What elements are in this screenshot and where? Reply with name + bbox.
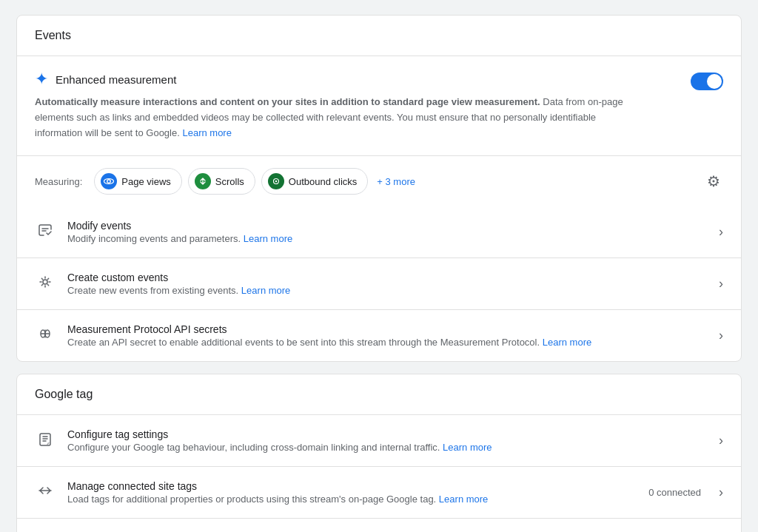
svg-point-1 [108, 181, 110, 183]
enhanced-measurement-toggle[interactable] [691, 73, 723, 90]
configure-tag-settings-item[interactable]: Configure tag settings Configure your Go… [17, 415, 741, 467]
manage-connected-site-tags-chevron: › [719, 485, 723, 500]
measurement-protocol-icon [35, 326, 56, 346]
measuring-settings-button[interactable]: ⚙ [704, 169, 723, 193]
more-link[interactable]: + 3 more [377, 176, 415, 187]
page-views-icon [101, 173, 117, 189]
modify-events-icon [35, 222, 56, 242]
events-section-title: Events [35, 29, 723, 42]
manage-connected-site-tags-icon [35, 482, 56, 502]
events-section-card: Events ✦ Enhanced measurement Automatica… [16, 15, 742, 362]
enhanced-measurement-block: ✦ Enhanced measurement Automatically mea… [17, 56, 741, 156]
em-description: Automatically measure interactions and c… [35, 95, 642, 141]
measurement-protocol-learn-more[interactable]: Learn more [543, 337, 591, 348]
outbound-clicks-icon [268, 173, 284, 189]
manage-connected-site-tags-learn-more[interactable]: Learn more [439, 494, 488, 505]
modify-events-desc: Modify incoming events and parameters. L… [67, 233, 707, 244]
chip-scrolls[interactable]: Scrolls [188, 168, 255, 195]
create-custom-events-chevron: › [719, 276, 723, 292]
chip-page-views-label: Page views [121, 176, 170, 187]
measurement-protocol-title: Measurement Protocol API secrets [67, 323, 707, 335]
modify-events-chevron: › [719, 224, 723, 240]
modify-events-item[interactable]: Modify events Modify incoming events and… [17, 206, 741, 258]
create-custom-events-item[interactable]: Create custom events Create new events f… [17, 258, 741, 310]
measurement-protocol-content: Measurement Protocol API secrets Create … [67, 323, 707, 348]
configure-tag-settings-learn-more[interactable]: Learn more [443, 442, 492, 453]
sparkle-icon: ✦ [35, 71, 48, 87]
em-title: Enhanced measurement [56, 73, 176, 86]
chip-outbound-clicks-label: Outbound clicks [289, 176, 358, 187]
modify-events-title: Modify events [67, 220, 707, 232]
measurement-protocol-chevron: › [719, 328, 723, 343]
create-custom-events-desc: Create new events from existing events. … [67, 285, 707, 296]
gear-icon: ⚙ [707, 172, 720, 190]
measurement-protocol-desc: Create an API secret to enable additiona… [67, 337, 707, 348]
google-tag-section-card: Google tag Configure tag settings Config… [16, 374, 742, 532]
measuring-label: Measuring: [35, 176, 82, 187]
configure-tag-settings-chevron: › [719, 433, 723, 448]
modify-events-content: Modify events Modify incoming events and… [67, 220, 707, 244]
create-custom-events-icon [35, 274, 56, 294]
manage-connected-site-tags-item[interactable]: Manage connected site tags Load tags for… [17, 467, 741, 519]
google-tag-section-header: Google tag [17, 374, 741, 415]
measuring-row: Measuring: Page views [17, 156, 741, 206]
manage-connected-site-tags-content: Manage connected site tags Load tags for… [67, 480, 637, 505]
em-description-bold: Automatically measure interactions and c… [35, 96, 540, 107]
events-section-header: Events [17, 16, 741, 56]
create-custom-events-content: Create custom events Create new events f… [67, 272, 707, 296]
main-container: Events ✦ Enhanced measurement Automatica… [16, 15, 742, 532]
toggle-slider [691, 73, 723, 90]
configure-tag-settings-title: Configure tag settings [67, 428, 707, 440]
chip-scrolls-label: Scrolls [215, 176, 244, 187]
create-custom-events-title: Create custom events [67, 272, 707, 283]
modify-events-learn-more[interactable]: Learn more [244, 233, 292, 244]
configure-tag-settings-content: Configure tag settings Configure your Go… [67, 428, 707, 453]
svg-point-7 [43, 280, 47, 284]
create-custom-events-learn-more[interactable]: Learn more [241, 285, 290, 296]
em-left: ✦ Enhanced measurement Automatically mea… [35, 71, 691, 141]
em-learn-more-link[interactable]: Learn more [182, 127, 231, 138]
google-tag-section-title: Google tag [35, 388, 723, 401]
em-title-row: ✦ Enhanced measurement [35, 71, 691, 87]
measurement-protocol-item[interactable]: Measurement Protocol API secrets Create … [17, 310, 741, 361]
manage-connected-site-tags-title: Manage connected site tags [67, 480, 637, 492]
chip-page-views[interactable]: Page views [94, 168, 181, 195]
manage-connected-site-tags-desc: Load tags for additional properties or p… [67, 494, 637, 505]
connected-count-meta: 0 connected [648, 487, 701, 498]
chip-outbound-clicks[interactable]: Outbound clicks [261, 168, 369, 195]
svg-point-6 [275, 181, 277, 182]
measuring-chips: Page views Scrolls [94, 168, 695, 195]
scrolls-icon [195, 173, 211, 189]
view-tag-instructions-item[interactable]: View tag instructions Get instructions f… [17, 519, 741, 532]
em-top-row: ✦ Enhanced measurement Automatically mea… [35, 71, 723, 141]
configure-tag-settings-desc: Configure your Google tag behaviour, inc… [67, 442, 707, 453]
configure-tag-settings-icon [35, 431, 56, 451]
